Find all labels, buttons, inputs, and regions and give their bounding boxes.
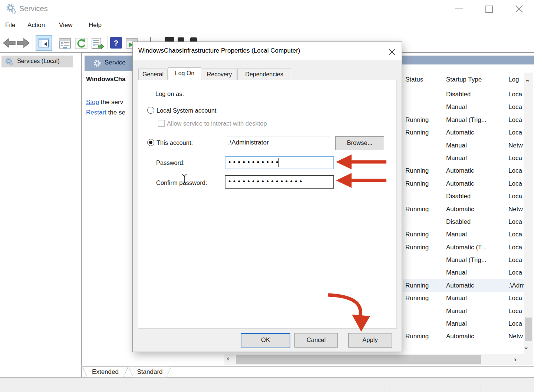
menu-help[interactable]: Help <box>89 21 102 29</box>
password-input[interactable]: ••••••••••• <box>225 156 334 169</box>
column-header-startup-type[interactable]: Startup Type <box>446 76 482 83</box>
toolbar-separator <box>150 37 151 41</box>
service-row[interactable]: Running Automatic .\Adm <box>403 279 524 292</box>
service-row[interactable]: Running Automatic (T... Loca <box>403 241 524 254</box>
cancel-button[interactable]: Cancel <box>294 333 338 348</box>
tab-recovery[interactable]: Recovery <box>202 69 237 80</box>
column-divider[interactable] <box>443 73 443 86</box>
cell-startup-type: Manual <box>446 295 506 302</box>
restart-service-icon[interactable] <box>190 37 197 41</box>
menu-bar: File Action View Help <box>0 18 534 33</box>
column-divider[interactable] <box>503 73 503 86</box>
window-title: Services <box>19 4 48 13</box>
horizontal-scrollbar-thumb[interactable] <box>236 355 481 364</box>
tab-log-on[interactable]: Log On <box>168 67 201 80</box>
toolbar-separator <box>55 36 55 49</box>
show-console-tree-button[interactable] <box>36 35 52 51</box>
cell-status: Running <box>405 333 442 340</box>
services-pane-header-left: Service <box>85 56 133 71</box>
services-pane-title: Service <box>105 59 126 66</box>
service-row[interactable]: Running Manual Loca <box>403 228 524 241</box>
forward-arrow-icon[interactable] <box>17 38 30 48</box>
scroll-down-icon[interactable]: › <box>523 347 530 349</box>
cell-log-on-as: Loca <box>508 308 524 315</box>
service-row[interactable]: Manual Loca <box>403 266 524 279</box>
service-row[interactable]: Running Automatic Loca <box>403 165 524 177</box>
help-icon[interactable]: ? <box>110 37 122 49</box>
cell-log-on-as: Loca <box>508 244 524 251</box>
cell-startup-type: Manual (Trig... <box>446 116 506 124</box>
service-row[interactable]: Manual Loca <box>403 101 524 113</box>
refresh-icon[interactable] <box>75 37 88 49</box>
stop-link-rest: the serv <box>99 99 123 106</box>
service-row[interactable]: Disabled Loca <box>403 216 524 228</box>
column-header-log-on-as[interactable]: Log <box>508 76 519 83</box>
service-row[interactable]: Running Automatic Loca <box>403 177 524 190</box>
services-gear-icon <box>4 57 13 66</box>
maximize-button[interactable] <box>485 6 493 13</box>
menu-action[interactable]: Action <box>27 21 45 29</box>
service-row[interactable]: Manual (Trig... Loca <box>403 254 524 266</box>
interact-desktop-checkbox[interactable] <box>158 120 165 127</box>
tab-extended[interactable]: Extended <box>82 367 128 377</box>
menu-file[interactable]: File <box>5 21 15 29</box>
minimize-button[interactable] <box>455 9 463 9</box>
account-input[interactable]: .\Administrator <box>225 136 331 149</box>
service-row[interactable]: Manual Loca <box>403 305 524 318</box>
dialog-close-icon[interactable] <box>388 48 396 56</box>
services-list: Disabled Loca Manual Loca Running Manual… <box>403 88 524 343</box>
restart-link-rest: the se <box>106 109 125 116</box>
local-system-label: Local System account <box>156 107 216 114</box>
stop-service-icon[interactable] <box>165 37 174 41</box>
service-row[interactable]: Running Automatic Loca <box>403 126 524 139</box>
dialog-title: WindowsChaosInfrastructure Properties (L… <box>138 47 300 54</box>
apply-button[interactable]: Apply <box>348 333 392 348</box>
tab-general[interactable]: General <box>138 69 168 80</box>
service-row[interactable]: Running Automatic Netw <box>403 203 524 216</box>
pause-service-icon[interactable] <box>178 37 184 41</box>
password-label: Password: <box>156 159 185 166</box>
properties-icon[interactable] <box>59 38 72 49</box>
cell-status: Running <box>405 206 442 213</box>
service-row[interactable]: Manual Loca <box>403 318 524 330</box>
cell-startup-type: Disabled <box>446 218 506 226</box>
scroll-right-icon[interactable]: › <box>514 356 516 363</box>
service-row[interactable]: Disabled Loca <box>403 88 524 101</box>
stop-link[interactable]: Stop <box>86 99 99 106</box>
horizontal-scrollbar[interactable]: › › <box>224 354 533 365</box>
this-account-radio[interactable] <box>147 139 154 146</box>
ok-button[interactable]: OK <box>241 333 290 348</box>
service-row[interactable]: Running Manual (Trig... Loca <box>403 114 524 126</box>
cell-status: Running <box>405 180 442 187</box>
close-button[interactable] <box>515 4 524 13</box>
cell-log-on-as: Loca <box>508 320 524 328</box>
tab-dependencies[interactable]: Dependencies <box>237 69 291 80</box>
scroll-left-icon[interactable]: › <box>227 356 229 363</box>
sidebar-item-services-local[interactable]: Services (Local) <box>1 56 73 67</box>
menu-view[interactable]: View <box>59 21 73 29</box>
vertical-scrollbar[interactable]: › › <box>524 73 533 354</box>
service-row[interactable]: Manual Netw <box>403 139 524 152</box>
this-account-label: This account: <box>156 139 193 146</box>
restart-link[interactable]: Restart <box>86 109 106 116</box>
back-arrow-icon[interactable] <box>3 38 16 48</box>
local-system-radio[interactable] <box>147 107 154 114</box>
service-row[interactable]: Running Manual Loca <box>403 292 524 305</box>
export-list-icon[interactable] <box>91 37 104 49</box>
cell-status: Running <box>405 231 442 238</box>
vertical-scrollbar-thumb[interactable] <box>525 318 532 341</box>
service-row[interactable]: Manual Loca <box>403 152 524 165</box>
confirm-password-input[interactable]: •••••••••••••••• <box>225 175 334 189</box>
browse-button[interactable]: Browse... <box>335 136 384 150</box>
column-header-status[interactable]: Status <box>405 76 423 83</box>
service-row[interactable]: Running Automatic Netw <box>403 330 524 343</box>
service-row[interactable]: Disabled Loca <box>403 190 524 203</box>
scroll-up-icon[interactable]: › <box>523 79 530 82</box>
sidebar-item-label: Services (Local) <box>17 58 60 64</box>
console-tree-pane: Services (Local) <box>0 53 82 377</box>
cell-log-on-as: Loca <box>508 193 524 200</box>
cell-startup-type: Automatic <box>446 333 506 340</box>
status-strip-divider <box>481 385 481 392</box>
tab-standard[interactable]: Standard <box>128 367 171 377</box>
cell-log-on-as: Loca <box>508 167 524 175</box>
